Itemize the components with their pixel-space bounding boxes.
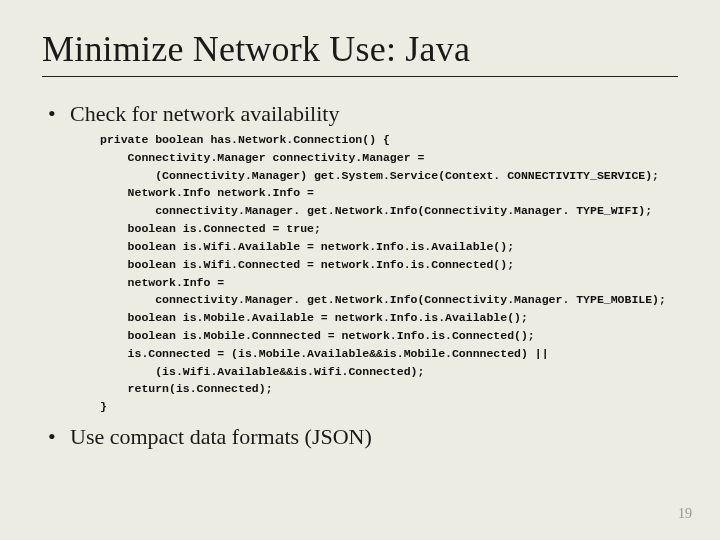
bullet-text-1: Check for network availability (70, 101, 339, 126)
slide-title: Minimize Network Use: Java (42, 28, 678, 70)
title-underline (42, 76, 678, 77)
page-number: 19 (678, 506, 692, 522)
slide: Minimize Network Use: Java Check for net… (0, 0, 720, 450)
bullet-text-2: Use compact data formats (JSON) (70, 424, 372, 449)
bullet-item-1: Check for network availability private b… (48, 101, 678, 416)
bullet-item-2: Use compact data formats (JSON) (48, 424, 678, 450)
code-block: private boolean has.Network.Connection()… (100, 131, 678, 416)
bullet-list: Check for network availability private b… (48, 101, 678, 450)
